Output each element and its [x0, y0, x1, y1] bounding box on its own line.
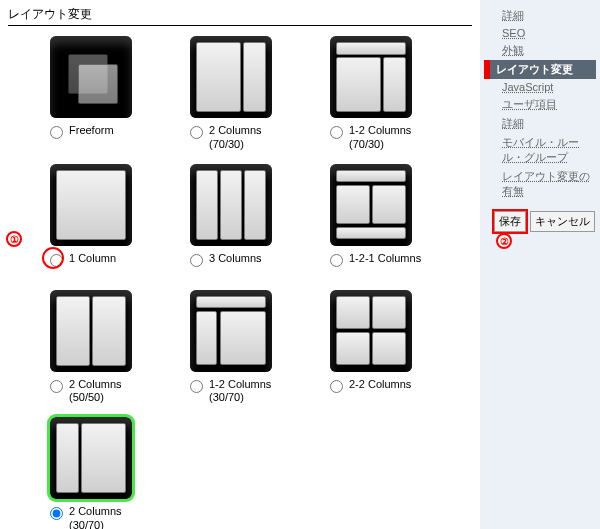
layout-thumb[interactable] — [330, 290, 412, 372]
layout-grid: ① Freeform 2 Columns (70/30) 1-2 Columns… — [8, 36, 472, 529]
layout-option[interactable]: 2 Columns (70/30) — [170, 36, 310, 152]
layout-caption[interactable]: 2-2 Columns — [330, 378, 450, 404]
sidebar-item[interactable]: 詳細 — [484, 114, 596, 133]
sidebar-item[interactable]: SEO — [484, 25, 596, 41]
layout-option[interactable]: 1 Column — [30, 164, 170, 278]
layout-radio[interactable] — [330, 380, 343, 393]
layout-option[interactable]: 1-2 Columns (30/70) — [170, 290, 310, 406]
layout-thumb[interactable] — [50, 164, 132, 246]
layout-thumb[interactable] — [190, 164, 272, 246]
layout-caption[interactable]: 3 Columns — [190, 252, 310, 278]
layout-option[interactable]: 1-2-1 Columns — [310, 164, 450, 278]
layout-option[interactable]: 1-2 Columns (70/30) — [310, 36, 450, 152]
layout-caption[interactable]: 1-2-1 Columns — [330, 252, 450, 278]
cancel-button[interactable]: キャンセル — [530, 211, 595, 232]
layout-radio[interactable] — [190, 254, 203, 267]
layout-radio[interactable] — [50, 380, 63, 393]
layout-radio[interactable] — [50, 126, 63, 139]
layout-label: 2 Columns (70/30) — [209, 124, 262, 152]
layout-label: 3 Columns — [209, 252, 262, 266]
layout-option[interactable]: 2 Columns (30/70) — [30, 417, 170, 529]
layout-thumb[interactable] — [330, 164, 412, 246]
layout-label: 1 Column — [69, 252, 116, 266]
sidebar-item[interactable]: レイアウト変更 — [484, 60, 596, 79]
layout-label: 2 Columns (30/70) — [69, 505, 122, 529]
layout-caption[interactable]: Freeform — [50, 124, 170, 150]
layout-thumb[interactable] — [330, 36, 412, 118]
layout-radio[interactable] — [50, 507, 63, 520]
layout-label: 2 Columns (50/50) — [69, 378, 122, 406]
sidebar-item[interactable]: 外観 — [484, 41, 596, 60]
layout-caption[interactable]: 2 Columns (50/50) — [50, 378, 170, 406]
layout-thumb[interactable] — [190, 290, 272, 372]
layout-caption[interactable]: 2 Columns (30/70) — [50, 505, 170, 529]
layout-thumb[interactable] — [50, 36, 132, 118]
layout-label: Freeform — [69, 124, 114, 138]
layout-radio[interactable] — [190, 126, 203, 139]
layout-caption[interactable]: 2 Columns (70/30) — [190, 124, 310, 152]
layout-thumb[interactable] — [50, 290, 132, 372]
sidebar-item[interactable]: レイアウト変更の有無 — [484, 167, 596, 201]
layout-option[interactable]: 2-2 Columns — [310, 290, 450, 406]
red-circle-annotation — [42, 247, 64, 269]
layout-label: 1-2 Columns (30/70) — [209, 378, 271, 406]
page-title: レイアウト変更 — [8, 4, 472, 26]
sidebar-item[interactable]: ユーザ項目 — [484, 95, 596, 114]
layout-option[interactable]: Freeform — [30, 36, 170, 152]
sidebar-item[interactable]: JavaScript — [484, 79, 596, 95]
sidebar-item[interactable]: モバイル・ルール・グループ — [484, 133, 596, 167]
layout-caption[interactable]: 1-2 Columns (30/70) — [190, 378, 310, 406]
sidebar: 詳細SEO外観レイアウト変更JavaScriptユーザ項目詳細モバイル・ルール・… — [480, 0, 600, 529]
sidebar-item[interactable]: 詳細 — [484, 6, 596, 25]
annotation-two: ② — [496, 233, 512, 249]
layout-radio[interactable] — [190, 380, 203, 393]
layout-radio[interactable] — [330, 126, 343, 139]
layout-radio[interactable] — [330, 254, 343, 267]
layout-label: 2-2 Columns — [349, 378, 411, 392]
layout-label: 1-2-1 Columns — [349, 252, 421, 266]
annotation-one: ① — [6, 231, 22, 247]
layout-thumb[interactable] — [190, 36, 272, 118]
layout-label: 1-2 Columns (70/30) — [349, 124, 411, 152]
layout-option[interactable]: 3 Columns — [170, 164, 310, 278]
layout-option[interactable]: 2 Columns (50/50) — [30, 290, 170, 406]
layout-thumb[interactable] — [50, 417, 132, 499]
layout-caption[interactable]: 1 Column — [50, 252, 170, 278]
save-button[interactable]: 保存 — [494, 211, 526, 232]
layout-caption[interactable]: 1-2 Columns (70/30) — [330, 124, 450, 152]
